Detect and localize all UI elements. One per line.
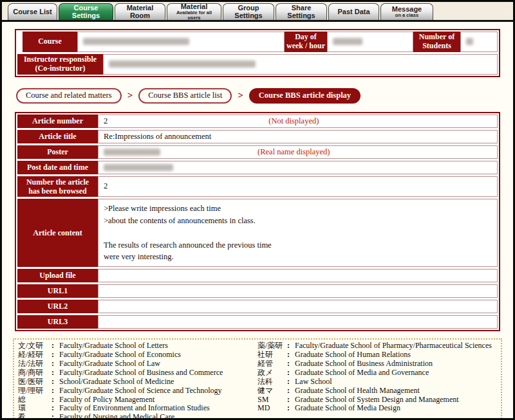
- breadcrumb-bbs-article-display[interactable]: Course BBS article display: [249, 88, 360, 104]
- tab-course-settings[interactable]: Course Settings: [59, 3, 113, 20]
- legend-desc: Graduate School of Media and Governance: [295, 369, 497, 378]
- redacted-poster-name: [104, 149, 160, 156]
- post-date-value: [98, 161, 498, 174]
- legend-item: 文/文研 : Faculty/Graduate School of Letter…: [18, 342, 258, 351]
- legend-left-column: 文/文研 : Faculty/Graduate School of Letter…: [18, 342, 258, 420]
- legend-colon: :: [287, 369, 295, 378]
- legend-desc: Faculty/Graduate School of Economics: [59, 351, 258, 360]
- article-content-label: Article content: [17, 199, 98, 267]
- tab-label: Course List: [12, 8, 53, 16]
- legend-abbr: 経/経研: [18, 351, 52, 360]
- lms-window: Course List Course Settings Material Roo…: [0, 0, 515, 420]
- tab-message[interactable]: Message on a class: [380, 3, 433, 20]
- legend-colon: :: [287, 342, 295, 351]
- browsed-count-row: Number the article has been browsed 2: [17, 176, 498, 197]
- legend-colon: :: [287, 360, 295, 369]
- legend-abbr: 政メ: [258, 369, 287, 378]
- legend-item: SM : Graduate School of System Design an…: [258, 396, 497, 405]
- legend-abbr: 薬/薬研: [258, 342, 287, 351]
- real-name-displayed-note: (Real name displayed): [258, 147, 330, 157]
- tab-label: Share Settings: [280, 5, 323, 19]
- poster-label: Poster: [17, 145, 98, 159]
- tab-label: Group Settings: [227, 5, 270, 19]
- legend-desc: School/Graduate School of Medicine: [59, 378, 258, 387]
- breadcrumb-separator: >: [127, 90, 133, 101]
- legend-desc: Faculty/Graduate School of Business and …: [59, 369, 258, 378]
- legend-colon: :: [287, 387, 295, 396]
- legend-colon: :: [52, 387, 59, 396]
- tab-bar: Course List Course Settings Material Roo…: [2, 2, 513, 22]
- legend-abbr: 文/文研: [18, 342, 52, 351]
- url1-label: URL1: [17, 284, 98, 298]
- day-of-week-value: [327, 32, 413, 52]
- article-number-text: 2: [104, 116, 108, 126]
- browsed-count-value: 2: [98, 176, 498, 197]
- poster-row: Poster (Real name displayed): [17, 145, 498, 159]
- legend-desc: Faculty/Graduate School of Law: [59, 360, 258, 369]
- legend-colon: :: [52, 413, 59, 420]
- legend-desc: Faculty of Nursing and Medical Care: [59, 413, 258, 420]
- legend-colon: :: [52, 404, 59, 413]
- tab-material-room[interactable]: Material Room: [115, 3, 165, 20]
- legend-abbr: 環: [18, 404, 52, 413]
- article-detail-table: Article number 2 (Not displayed) Article…: [15, 112, 500, 332]
- tab-group-settings[interactable]: Group Settings: [223, 3, 274, 20]
- poster-value: (Real name displayed): [98, 145, 498, 159]
- legend-colon: :: [52, 378, 59, 387]
- legend-item: 社研 : Graduate School of Human Relations: [258, 351, 497, 360]
- article-number-row: Article number 2 (Not displayed): [17, 114, 498, 128]
- legend-abbr: 法/法研: [18, 360, 52, 369]
- legend-abbr: 健マ: [258, 387, 287, 396]
- legend-right-column: 薬/薬研 : Faculty/Graduate School of Pharma…: [258, 342, 497, 420]
- not-displayed-note: (Not displayed): [268, 116, 319, 126]
- url3-value: [98, 315, 498, 329]
- tab-label: Course Settings: [63, 5, 109, 19]
- legend-desc: Faculty of Policy Management: [59, 396, 258, 405]
- breadcrumb-bbs-article-list[interactable]: Course BBS article list: [138, 88, 232, 104]
- legend-item: 商/商研 : Faculty/Graduate School of Busine…: [18, 369, 258, 378]
- redacted-course-name: [83, 38, 189, 45]
- legend-item: 法科 : Law School: [258, 378, 497, 387]
- legend-item: 法/法研 : Faculty/Graduate School of Law: [18, 360, 258, 369]
- breadcrumb-separator: >: [238, 90, 243, 101]
- browsed-count-label: Number the article has been browsed: [17, 176, 98, 197]
- legend-desc: Faculty/Graduate School of Science and T…: [59, 387, 258, 396]
- instructor-value: [103, 54, 498, 75]
- article-content-row: Article content >Please write impression…: [17, 199, 498, 267]
- legend-colon: :: [52, 342, 59, 351]
- breadcrumb: Course and related matters > Course BBS …: [16, 88, 500, 104]
- day-of-week-label: Day of week / hour: [285, 32, 327, 52]
- upload-file-label: Upload file: [17, 269, 98, 282]
- legend-abbr: 社研: [258, 351, 287, 360]
- legend-item: 医/医研 : School/Graduate School of Medicin…: [18, 378, 258, 387]
- tab-share-settings[interactable]: Share Settings: [276, 3, 327, 20]
- redacted-day-hour: [333, 38, 362, 45]
- legend-colon: :: [287, 351, 295, 360]
- course-header-row1: Course Day of week / hour Number of Stud…: [17, 32, 498, 52]
- legend-desc: Graduate School of Human Relations: [295, 351, 497, 360]
- legend-item: 薬/薬研 : Faculty/Graduate School of Pharma…: [258, 342, 497, 351]
- legend-desc: Graduate School of System Design and Man…: [295, 396, 497, 405]
- legend-colon: :: [52, 369, 59, 378]
- legend-abbr: 理/理研: [18, 387, 52, 396]
- redacted-student-count: [466, 38, 473, 45]
- course-value: [77, 32, 285, 52]
- post-date-row: Post date and time: [17, 161, 498, 174]
- upload-file-row: Upload file: [17, 269, 498, 282]
- legend-abbr: 法科: [258, 378, 287, 387]
- tab-material[interactable]: Material Available for all users: [167, 3, 221, 20]
- legend-colon: :: [287, 396, 295, 405]
- tab-past-data[interactable]: Past Data: [328, 3, 379, 20]
- article-number-value: 2 (Not displayed): [98, 114, 498, 128]
- breadcrumb-course-related-matters[interactable]: Course and related matters: [16, 88, 122, 104]
- instructor-label: Instructor responsible (Co-instructor): [17, 54, 103, 75]
- legend-abbr: SM: [258, 396, 287, 405]
- tab-sublabel: Available for all users: [171, 10, 217, 21]
- article-title-label: Article title: [17, 130, 98, 143]
- faculty-legend-box: 文/文研 : Faculty/Graduate School of Letter…: [13, 338, 502, 420]
- tab-sublabel: on a class: [385, 13, 429, 18]
- legend-desc: Faculty/Graduate School of Pharmacy/Phar…: [295, 342, 497, 351]
- tab-course-list[interactable]: Course List: [8, 3, 57, 20]
- url3-label: URL3: [17, 315, 98, 329]
- legend-abbr: MD: [258, 404, 287, 413]
